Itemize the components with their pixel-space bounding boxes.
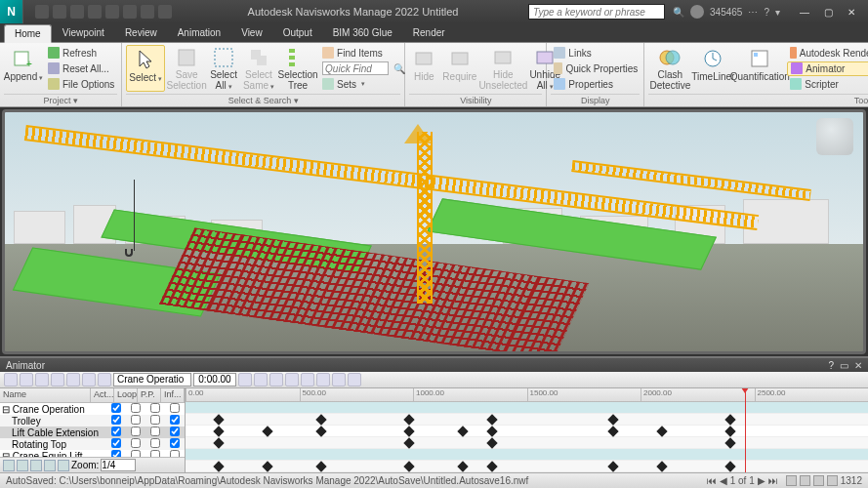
inf-checkbox[interactable]	[170, 403, 180, 413]
keyframe[interactable]	[315, 461, 326, 471]
tab-bim-360-glue[interactable]: BIM 360 Glue	[323, 23, 402, 42]
timeline-row[interactable]	[186, 437, 868, 449]
add-scene-icon[interactable]	[3, 460, 15, 471]
tab-render[interactable]: Render	[403, 23, 455, 42]
keyframe[interactable]	[213, 461, 224, 471]
pp-checkbox[interactable]	[150, 415, 160, 425]
refresh-button[interactable]: Refresh	[45, 46, 117, 61]
add-folder-icon[interactable]	[44, 460, 56, 471]
tree-row[interactable]: Trolley	[0, 415, 185, 427]
tree-row[interactable]: Rotating Top	[0, 438, 185, 450]
select-all-button[interactable]: Select All	[208, 45, 239, 92]
loop-checkbox[interactable]	[131, 403, 141, 413]
keyframe[interactable]	[403, 414, 414, 425]
sets-button[interactable]: Sets	[319, 77, 403, 92]
col-active[interactable]: Act...	[91, 388, 114, 402]
inf-checkbox[interactable]	[170, 450, 180, 457]
sheet-last-icon[interactable]: ⏭	[768, 475, 778, 486]
keyframe[interactable]	[262, 426, 272, 436]
3d-viewport[interactable]	[2, 109, 866, 354]
step-fwd-icon[interactable]	[332, 373, 346, 386]
keyframe[interactable]	[657, 426, 668, 436]
anim-capture-icon[interactable]	[82, 373, 96, 386]
keyframe[interactable]	[608, 414, 619, 425]
add-camera-icon[interactable]	[17, 460, 28, 471]
timeline-row[interactable]	[186, 426, 868, 437]
col-pp[interactable]: P.P.	[138, 388, 161, 402]
inf-checkbox[interactable]	[170, 427, 180, 436]
timeline-ruler[interactable]: 0.00500.001000.001500.002000.002500.0030…	[186, 388, 868, 402]
ffwd-icon[interactable]	[348, 373, 361, 386]
play-back-icon[interactable]	[269, 373, 283, 386]
keyframe[interactable]	[403, 461, 414, 471]
keyframe[interactable]	[657, 461, 668, 471]
infocenter-search-input[interactable]	[528, 4, 665, 20]
bar-icon[interactable]	[813, 475, 824, 486]
col-loop[interactable]: Loop	[114, 388, 138, 402]
animator-pin-icon[interactable]: ▭	[840, 360, 848, 371]
append-button[interactable]: + Append	[4, 45, 43, 92]
step-back-icon[interactable]	[254, 373, 268, 386]
sheet-next-icon[interactable]: ▶	[758, 475, 765, 486]
require-button[interactable]: Require	[440, 45, 478, 92]
animator-button[interactable]: Animator	[787, 61, 868, 76]
scene-picker[interactable]: Crane Operatio	[113, 373, 191, 386]
autodesk-rendering-button[interactable]: Autodesk Rendering	[787, 46, 868, 61]
loop-checkbox[interactable]	[131, 450, 141, 457]
hide-button[interactable]: Hide	[409, 45, 438, 92]
keyframe[interactable]	[486, 461, 497, 471]
keyframe[interactable]	[213, 426, 224, 436]
pp-checkbox[interactable]	[150, 438, 160, 448]
pp-checkbox[interactable]	[150, 450, 160, 457]
active-checkbox[interactable]	[111, 415, 121, 425]
timeline-row[interactable]	[186, 449, 868, 461]
select-same-button[interactable]: Select Same	[241, 45, 276, 92]
active-checkbox[interactable]	[111, 403, 121, 413]
timeline-row[interactable]	[186, 402, 868, 414]
keyframe[interactable]	[457, 426, 468, 436]
anim-trans-icon[interactable]	[66, 373, 80, 386]
pause-icon[interactable]	[301, 373, 314, 386]
anim-scale-icon[interactable]	[35, 373, 49, 386]
qat-open-icon[interactable]	[53, 5, 66, 19]
file-options-button[interactable]: File Options	[45, 77, 117, 92]
active-checkbox[interactable]	[111, 450, 121, 457]
sheet-prev-icon[interactable]: ◀	[720, 475, 727, 486]
qat-select-icon[interactable]	[141, 5, 154, 19]
close-button[interactable]: ✕	[841, 4, 862, 20]
tab-viewpoint[interactable]: Viewpoint	[53, 23, 114, 42]
tab-view[interactable]: View	[231, 23, 272, 42]
sheet-first-icon[interactable]: ⏮	[707, 475, 717, 486]
active-checkbox[interactable]	[111, 438, 121, 448]
timeliner-button[interactable]: TimeLiner	[693, 45, 732, 92]
quick-properties-button[interactable]: Quick Properties	[551, 61, 641, 76]
pencil-icon[interactable]	[786, 475, 797, 486]
hide-unselected-button[interactable]: Hide Unselected	[480, 45, 525, 92]
loop-checkbox[interactable]	[131, 438, 141, 448]
keyframe[interactable]	[315, 426, 326, 436]
user-avatar-icon[interactable]	[690, 5, 704, 19]
anim-translate-icon[interactable]	[4, 373, 18, 386]
timeline-row[interactable]	[186, 461, 868, 472]
quick-find-go-icon[interactable]: 🔍	[393, 63, 405, 74]
keyframe[interactable]	[725, 461, 736, 471]
add-set-icon[interactable]	[30, 460, 42, 471]
qat-new-icon[interactable]	[35, 5, 49, 19]
animator-help-icon[interactable]: ?	[828, 360, 834, 371]
qat-undo-icon[interactable]	[105, 5, 119, 19]
disk-icon[interactable]	[800, 475, 810, 486]
clash-detective-button[interactable]: Clash Detective	[648, 45, 691, 92]
time-field[interactable]: 0:00.00	[193, 373, 236, 386]
keyframe[interactable]	[725, 437, 736, 448]
qat-redo-icon[interactable]	[123, 5, 137, 19]
keyframe[interactable]	[608, 461, 619, 471]
keyframe[interactable]	[403, 426, 414, 436]
view-cube[interactable]	[816, 118, 853, 155]
keyframe[interactable]	[725, 426, 736, 436]
app-menu-button[interactable]: N	[0, 0, 23, 23]
qat-print-icon[interactable]	[88, 5, 102, 19]
qat-save-icon[interactable]	[70, 5, 84, 19]
find-items-button[interactable]: Find Items	[319, 46, 403, 61]
animator-titlebar[interactable]: Animator ? ▭ ✕	[0, 358, 868, 372]
favorite-icon[interactable]: ⋯	[748, 7, 758, 18]
